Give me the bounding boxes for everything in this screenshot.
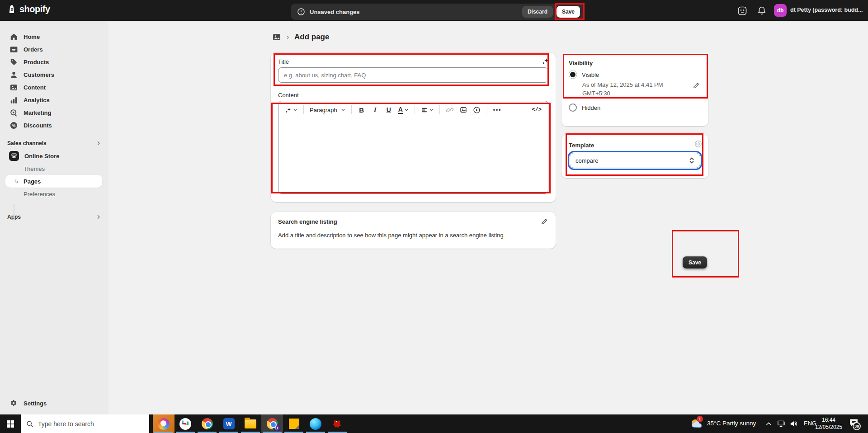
sidebar-item-products[interactable]: Products (0, 56, 108, 68)
ai-sparkle-icon[interactable] (542, 57, 549, 65)
taskbar-app-red-creature[interactable] (326, 414, 348, 433)
taskbar-app-edge[interactable] (305, 414, 326, 433)
bold-button[interactable]: B (356, 104, 368, 116)
editor-text-area[interactable] (278, 118, 548, 193)
visibility-detail: As of May 12, 2025 at 4:41 PM GMT+5:30 (582, 81, 678, 98)
taskbar-app-slack[interactable] (175, 414, 196, 433)
sidebar-item-pages-active[interactable]: Pages (5, 175, 102, 188)
weather-icon[interactable]: 1 (690, 418, 703, 430)
analytics-icon (9, 95, 18, 104)
user-avatar[interactable]: db (774, 4, 787, 17)
taskbar-app-chrome[interactable] (196, 414, 218, 433)
taskbar-app-word[interactable]: W (218, 414, 240, 433)
taskbar-clock[interactable]: 16:44 12/05/2025 (811, 416, 847, 431)
speaker-icon[interactable] (790, 420, 798, 427)
sidebar-item-preferences[interactable]: Preferences (0, 188, 108, 200)
taskbar-app-chrome-profile[interactable]: D (261, 414, 283, 433)
visible-label: Visible (582, 71, 599, 78)
discard-button[interactable]: Discard (522, 6, 553, 18)
sidebar-item-online-store[interactable]: Online Store (0, 150, 108, 162)
alignment-button[interactable] (419, 104, 435, 116)
sidebar-item-label: Analytics (24, 97, 50, 104)
sidebar-item-content[interactable]: Content (0, 81, 108, 94)
user-name[interactable]: dt Petty (password: budd... (790, 7, 866, 13)
floating-save-button[interactable]: Save (683, 256, 707, 268)
radio-selected-icon[interactable] (569, 71, 577, 79)
sidebar-item-label: Pages (24, 178, 41, 185)
save-button[interactable]: Save (557, 6, 580, 18)
taskbar: W D 1 35°C Partly sunny ENG 16:44 12/05/… (0, 414, 868, 433)
page-type-icon[interactable] (272, 33, 281, 42)
sticky-notes-icon (289, 419, 299, 429)
sidebar-item-discounts[interactable]: % Discounts (0, 119, 108, 132)
sidebar-item-label: Products (24, 59, 49, 66)
underline-button[interactable]: U (383, 104, 395, 116)
sidebar-item-label: Preferences (24, 191, 55, 198)
ai-magic-button[interactable] (283, 104, 299, 116)
edit-pencil-icon[interactable] (693, 81, 700, 89)
code-view-icon[interactable]: </> (530, 104, 543, 116)
text-color-button[interactable]: A (396, 104, 410, 116)
insert-image-icon[interactable] (458, 104, 469, 116)
start-button[interactable] (0, 414, 21, 433)
more-options-icon[interactable]: ••• (491, 104, 504, 116)
seo-card-description: Add a title and description to see how t… (278, 232, 504, 239)
unsaved-changes-text: Unsaved changes (310, 9, 360, 15)
view-eye-icon[interactable] (694, 140, 702, 148)
apps-header[interactable]: Apps (0, 211, 108, 223)
topbar: S shopify Unsaved changes Discard Save d… (0, 0, 868, 21)
admin-apps-icon[interactable] (737, 5, 748, 16)
chrome-profile-icon: D (267, 418, 278, 429)
marketing-icon (9, 108, 18, 117)
sidebar: Home Orders Products Customers Content A… (0, 21, 108, 414)
taskbar-search-input[interactable] (38, 420, 137, 428)
notifications-bell-icon[interactable] (757, 5, 767, 15)
shopify-logo[interactable]: S shopify (6, 4, 50, 14)
tray-chevron-up-icon[interactable] (766, 421, 772, 426)
template-select[interactable]: compare (570, 153, 700, 168)
weather-text[interactable]: 35°C Partly sunny (707, 420, 756, 427)
action-center-icon[interactable]: 38 (849, 418, 859, 427)
word-icon: W (223, 418, 235, 429)
weather-alert-badge: 1 (697, 416, 703, 422)
link-icon[interactable] (444, 104, 456, 116)
title-content-card: Title Content Paragraph B I U A (271, 53, 556, 202)
sidebar-item-orders[interactable]: Orders (0, 43, 108, 56)
sidebar-item-label: Discounts (24, 122, 52, 129)
title-input[interactable] (278, 67, 548, 83)
taskbar-app-explorer[interactable] (240, 414, 261, 433)
orders-icon (9, 45, 18, 54)
radio-unselected-icon[interactable] (569, 104, 577, 112)
taskbar-app-copilot[interactable] (153, 414, 175, 433)
hidden-radio-row[interactable]: Hidden (569, 104, 600, 112)
shopify-wordmark: shopify (19, 4, 50, 14)
sidebar-item-label: Customers (24, 71, 54, 78)
hidden-label: Hidden (582, 104, 600, 111)
chevron-right-icon (96, 141, 101, 146)
sidebar-item-themes[interactable]: Themes (0, 162, 108, 175)
sidebar-item-settings[interactable]: Settings (0, 397, 108, 409)
seo-card-title: Search engine listing (278, 218, 337, 225)
sidebar-item-marketing[interactable]: Marketing (0, 106, 108, 119)
paragraph-style-dropdown[interactable]: Paragraph (308, 104, 347, 116)
taskbar-app-sticky-notes[interactable] (283, 414, 305, 433)
sidebar-item-home[interactable]: Home (0, 30, 108, 43)
unsaved-changes-bar: Unsaved changes Discard Save (291, 4, 585, 20)
insert-video-icon[interactable] (471, 104, 483, 116)
sales-channels-header[interactable]: Sales channels (0, 137, 108, 150)
edit-pencil-icon[interactable] (541, 217, 548, 225)
sidebar-item-analytics[interactable]: Analytics (0, 94, 108, 106)
content-label: Content (278, 92, 299, 99)
edge-icon (310, 418, 321, 430)
text-color-glyph: A (398, 106, 403, 114)
italic-button[interactable]: I (369, 104, 381, 116)
content-editor[interactable]: Paragraph B I U A (278, 101, 548, 194)
sidebar-item-customers[interactable]: Customers (0, 68, 108, 81)
editor-toolbar: Paragraph B I U A (278, 101, 548, 118)
taskbar-search[interactable] (21, 414, 149, 433)
gear-icon (9, 399, 18, 408)
visible-radio-row[interactable]: Visible (569, 71, 599, 79)
chevron-right-icon (285, 35, 290, 40)
visibility-card: Visibility Visible As of May 12, 2025 at… (561, 54, 708, 126)
network-icon[interactable] (777, 420, 786, 428)
